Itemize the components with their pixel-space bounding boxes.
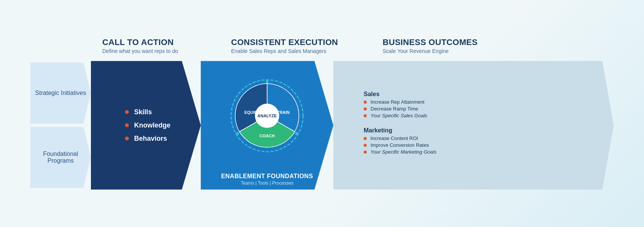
bullet-dot-3	[125, 137, 129, 140]
strategic-initiatives-label: Strategic Initiatives	[30, 62, 91, 124]
marketing-dot-1	[364, 137, 367, 140]
marketing-item-2: Improve Conversion Rates	[364, 142, 602, 148]
outcomes-section: Sales Increase Rep Attainment Decrease R…	[333, 61, 614, 190]
sales-item-1: Increase Rep Attainment	[364, 99, 602, 105]
knowledge-item: Knowledge	[125, 121, 170, 129]
marketing-outcomes-block: Marketing Increase Content ROI Improve C…	[364, 127, 602, 156]
call-to-action-subtitle: Define what you want reps to do	[102, 48, 227, 54]
business-outcomes-title: BUSINESS OUTCOMES	[383, 37, 530, 47]
bullet-dot-2	[125, 123, 129, 127]
header-col-1: CALL TO ACTION Define what you want reps…	[98, 37, 227, 54]
business-outcomes-subtitle: Scale Your Revenue Engine	[383, 48, 530, 54]
marketing-item-3: Your Specific Marketing Goals	[364, 149, 602, 155]
marketing-dot-3	[364, 151, 367, 154]
main-diagram-row: Strategic Initiatives Foundational Progr…	[30, 61, 614, 190]
enablement-foundations-title: ENABLEMENT FOUNDATIONS	[201, 173, 333, 180]
header-row: CALL TO ACTION Define what you want reps…	[98, 37, 614, 54]
enablement-diagram-svg: EQUIP TRAIN COACH ANALYZE	[227, 76, 307, 155]
marketing-item-1: Increase Content ROI	[364, 135, 602, 141]
svg-text:EQUIP: EQUIP	[244, 110, 257, 115]
svg-text:COACH: COACH	[259, 134, 275, 138]
consistent-execution-subtitle: Enable Sales Reps and Sales Managers	[231, 48, 379, 54]
behaviors-item: Behaviors	[125, 135, 170, 143]
sales-dot-1	[364, 101, 367, 104]
marketing-dot-2	[364, 144, 367, 147]
foundations-bar: ENABLEMENT FOUNDATIONS Teams | Tools | P…	[201, 168, 333, 190]
call-to-action-title: CALL TO ACTION	[102, 37, 227, 47]
labels-column: Strategic Initiatives Foundational Progr…	[30, 61, 91, 190]
navy-arrow-section: Skills Knowledge Behaviors	[91, 61, 201, 190]
svg-text:TRAIN: TRAIN	[277, 110, 290, 115]
sales-dot-3	[364, 114, 367, 117]
skills-list: Skills Knowledge Behaviors	[125, 103, 170, 148]
enablement-foundations-subtitle: Teams | Tools | Processes	[201, 180, 333, 186]
sales-item-2: Decrease Ramp Time	[364, 106, 602, 112]
sales-list: Increase Rep Attainment Decrease Ramp Ti…	[364, 99, 602, 118]
svg-text:ANALYZE: ANALYZE	[258, 114, 277, 118]
main-container: CALL TO ACTION Define what you want reps…	[23, 34, 621, 193]
svg-point-4	[236, 132, 239, 135]
header-col-2: CONSISTENT EXECUTION Enable Sales Reps a…	[227, 37, 379, 54]
svg-point-3	[295, 132, 298, 135]
sales-outcomes-block: Sales Increase Rep Attainment Decrease R…	[364, 91, 602, 120]
foundational-programs-label: Foundational Programs	[30, 127, 91, 188]
sales-title: Sales	[364, 91, 602, 98]
bullet-dot-1	[125, 110, 129, 114]
svg-point-2	[266, 80, 269, 83]
circle-diagram-section: EQUIP TRAIN COACH ANALYZE ENABLEMENT FOU…	[201, 61, 333, 190]
skills-item: Skills	[125, 108, 170, 116]
sales-dot-2	[364, 107, 367, 110]
marketing-title: Marketing	[364, 127, 602, 134]
marketing-list: Increase Content ROI Improve Conversion …	[364, 135, 602, 155]
outcomes-inner: Sales Increase Rep Attainment Decrease R…	[364, 91, 602, 160]
sales-item-3: Your Specific Sales Goals	[364, 113, 602, 118]
header-col-3: BUSINESS OUTCOMES Scale Your Revenue Eng…	[379, 37, 530, 54]
consistent-execution-title: CONSISTENT EXECUTION	[231, 37, 379, 47]
